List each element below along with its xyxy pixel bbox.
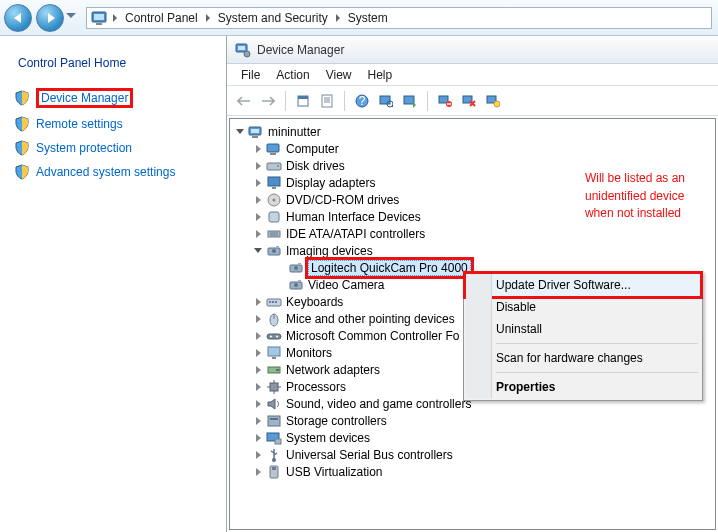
tree-expander-icon[interactable] — [252, 347, 264, 359]
menu-help[interactable]: Help — [360, 66, 401, 84]
tree-expander-icon[interactable] — [252, 211, 264, 223]
svg-text:?: ? — [359, 94, 366, 108]
device-category-icon — [266, 328, 282, 344]
tree-node-label: Storage controllers — [286, 414, 387, 428]
tree-expander-icon[interactable] — [252, 449, 264, 461]
tree-expander-icon[interactable] — [252, 143, 264, 155]
tree-expander-icon[interactable] — [252, 245, 264, 257]
tree-node-label: Computer — [286, 142, 339, 156]
toolbar-back-button[interactable] — [233, 90, 255, 112]
link-remote-settings[interactable]: Remote settings — [10, 112, 216, 136]
tree-expander-icon[interactable] — [252, 160, 264, 172]
tree-node-label: Processors — [286, 380, 346, 394]
tree-expander-icon[interactable] — [252, 313, 264, 325]
svg-rect-44 — [298, 263, 301, 265]
menu-file[interactable]: File — [233, 66, 268, 84]
breadcrumb-seg-3[interactable]: System — [342, 11, 394, 25]
tree-expander-icon[interactable] — [252, 364, 264, 376]
tree-expander-icon[interactable] — [252, 381, 264, 393]
control-panel-home-link[interactable]: Control Panel Home — [18, 56, 214, 70]
tree-expander-icon[interactable] — [234, 126, 246, 138]
toolbar-divider — [285, 91, 286, 111]
address-bar[interactable]: Control Panel System and Security System — [86, 7, 712, 29]
tree-node[interactable]: mininutter — [230, 123, 715, 140]
svg-rect-61 — [270, 383, 278, 391]
ctx-update-driver[interactable]: Update Driver Software... — [466, 274, 700, 296]
svg-rect-41 — [276, 246, 279, 248]
shield-icon — [14, 116, 30, 132]
svg-rect-36 — [268, 231, 280, 237]
menu-view[interactable]: View — [318, 66, 360, 84]
toolbar-forward-button[interactable] — [257, 90, 279, 112]
toolbar-help-button[interactable]: ? — [351, 90, 373, 112]
link-device-manager[interactable]: Device Manager — [10, 84, 216, 112]
tree-expander-icon[interactable] — [252, 432, 264, 444]
tree-node[interactable]: USB Virtualization — [230, 463, 715, 480]
toolbar-show-hidden-button[interactable] — [292, 90, 314, 112]
dm-device-tree[interactable]: mininutterComputerDisk drivesDisplay ada… — [229, 118, 716, 530]
tree-node[interactable]: Storage controllers — [230, 412, 715, 429]
device-category-icon — [248, 124, 264, 140]
menu-action[interactable]: Action — [268, 66, 317, 84]
svg-rect-49 — [269, 301, 271, 303]
link-label: Advanced system settings — [36, 165, 175, 179]
toolbar-scan-button[interactable] — [375, 90, 397, 112]
svg-rect-69 — [275, 439, 281, 444]
link-advanced-system-settings[interactable]: Advanced system settings — [10, 160, 216, 184]
svg-rect-58 — [272, 357, 276, 359]
link-label: Device Manager — [36, 88, 133, 108]
toolbar-enable-button[interactable] — [482, 90, 504, 112]
device-category-icon — [266, 141, 282, 157]
tree-expander-icon[interactable] — [252, 466, 264, 478]
tree-expander-icon[interactable] — [252, 177, 264, 189]
tree-node-label: Keyboards — [286, 295, 343, 309]
dm-title-bar[interactable]: Device Manager — [227, 36, 718, 64]
ctx-properties[interactable]: Properties — [466, 376, 700, 398]
tree-node[interactable]: Computer — [230, 140, 715, 157]
dm-menu-bar: File Action View Help — [227, 64, 718, 86]
tree-node[interactable]: System devices — [230, 429, 715, 446]
tree-node-label: Logitech QuickCam Pro 4000 — [308, 260, 471, 276]
forward-button[interactable] — [36, 4, 64, 32]
toolbar-disable-button[interactable] — [458, 90, 480, 112]
breadcrumb-seg-2[interactable]: System and Security — [212, 11, 334, 25]
device-category-icon — [266, 447, 282, 463]
tree-node[interactable]: IDE ATA/ATAPI controllers — [230, 225, 715, 242]
tree-node-label: Monitors — [286, 346, 332, 360]
device-category-icon — [288, 260, 304, 276]
tree-expander-icon[interactable] — [252, 398, 264, 410]
tree-node-label: Imaging devices — [286, 244, 373, 258]
svg-rect-50 — [272, 301, 274, 303]
toolbar-divider — [344, 91, 345, 111]
device-category-icon — [266, 294, 282, 310]
explorer-nav-bar: Control Panel System and Security System — [0, 0, 718, 36]
ctx-scan-hardware[interactable]: Scan for hardware changes — [466, 347, 700, 369]
tree-node[interactable]: Universal Serial Bus controllers — [230, 446, 715, 463]
link-system-protection[interactable]: System protection — [10, 136, 216, 160]
tree-node-label: Human Interface Devices — [286, 210, 421, 224]
ctx-disable[interactable]: Disable — [466, 296, 700, 318]
device-category-icon — [266, 243, 282, 259]
svg-rect-14 — [380, 96, 390, 104]
ctx-uninstall[interactable]: Uninstall — [466, 318, 700, 340]
back-button[interactable] — [4, 4, 32, 32]
toolbar-update-driver-button[interactable] — [399, 90, 421, 112]
tree-expander-icon[interactable] — [252, 330, 264, 342]
tree-expander-icon[interactable] — [252, 194, 264, 206]
toolbar-properties-button[interactable] — [316, 90, 338, 112]
device-category-icon — [266, 158, 282, 174]
breadcrumb-seg-1[interactable]: Control Panel — [119, 11, 204, 25]
svg-rect-31 — [268, 177, 280, 186]
tree-node-label: Universal Serial Bus controllers — [286, 448, 453, 462]
toolbar-uninstall-button[interactable] — [434, 90, 456, 112]
tree-expander-icon[interactable] — [252, 415, 264, 427]
device-category-icon — [288, 277, 304, 293]
tree-node-label: Sound, video and game controllers — [286, 397, 471, 411]
nav-history-dropdown-icon[interactable] — [66, 13, 76, 23]
device-category-icon — [266, 192, 282, 208]
tree-expander-icon[interactable] — [252, 296, 264, 308]
tree-node[interactable]: Imaging devices — [230, 242, 715, 259]
link-label: System protection — [36, 141, 132, 155]
svg-rect-57 — [268, 347, 280, 356]
tree-expander-icon[interactable] — [252, 228, 264, 240]
